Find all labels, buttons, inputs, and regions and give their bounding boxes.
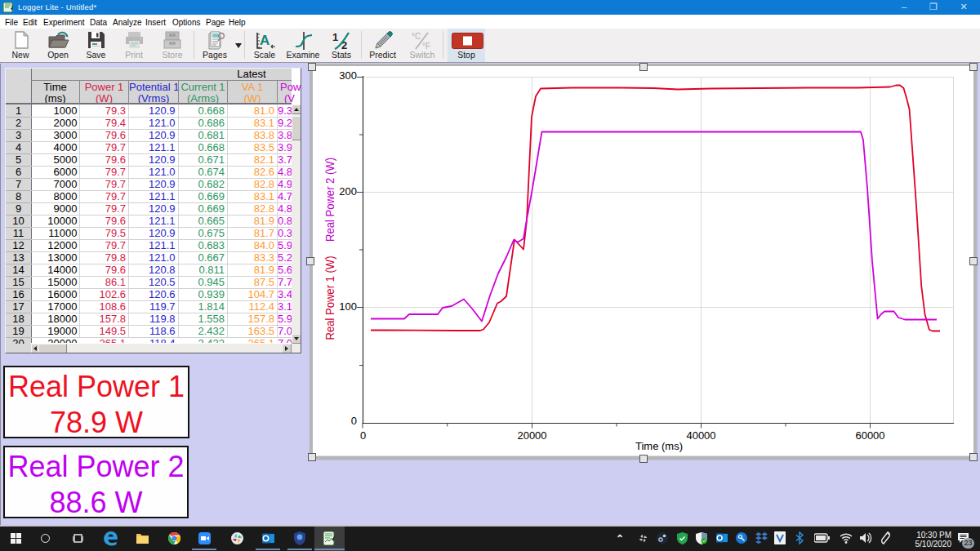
- svg-text:100: 100: [339, 300, 357, 313]
- svg-text:40000: 40000: [686, 429, 715, 442]
- svg-text:200: 200: [339, 185, 357, 198]
- svg-text:60000: 60000: [855, 429, 884, 442]
- svg-text:1: 1: [332, 31, 338, 43]
- svg-text:Real Power 2 (W): Real Power 2 (W): [323, 158, 336, 242]
- svg-text:20000: 20000: [517, 429, 546, 442]
- svg-text:°C: °C: [412, 32, 421, 41]
- svg-text:A: A: [260, 33, 270, 48]
- svg-text:Time (ms): Time (ms): [635, 440, 683, 452]
- svg-text:Real Power 1 (W): Real Power 1 (W): [323, 256, 336, 340]
- svg-text:0: 0: [351, 415, 357, 427]
- svg-text:0: 0: [360, 429, 366, 442]
- svg-text:300: 300: [339, 69, 357, 82]
